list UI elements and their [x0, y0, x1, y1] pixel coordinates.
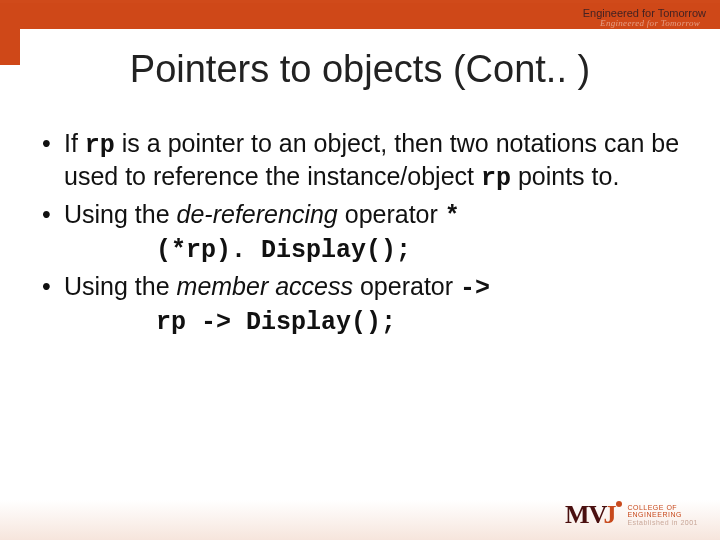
bullet-3: Using the member access operator -> — [36, 271, 690, 304]
bullet-2-text-b: operator — [338, 200, 445, 228]
header-subtagline: Engineered for Tomorrow — [600, 18, 700, 28]
bullet-2-code-star: * — [445, 202, 460, 231]
logo-j-dot — [616, 501, 622, 507]
bullet-1-text-c: points to. — [511, 162, 619, 190]
logo-letter-v: V — [589, 500, 607, 529]
bullet-3-text-a: Using the — [64, 272, 177, 300]
bullet-list: If rp is a pointer to an object, then tw… — [36, 128, 690, 232]
logo-text-line1: COLLEGE OF — [627, 504, 698, 511]
bullet-2-italic: de-referencing — [177, 200, 338, 228]
logo-letter-m: M — [565, 500, 589, 529]
slide: Engineered for Tomorrow Engineered for T… — [0, 0, 720, 540]
header-bar: Engineered for Tomorrow Engineered for T… — [0, 3, 720, 29]
logo-text-line3: Established in 2001 — [627, 519, 698, 526]
logo-text-line2: ENGINEERING — [627, 511, 698, 518]
bullet-3-code-arrow: -> — [460, 274, 490, 303]
bullet-3-text-b: operator — [353, 272, 460, 300]
slide-title: Pointers to objects (Cont.. ) — [0, 48, 720, 91]
bullet-1-text-a: If — [64, 129, 85, 157]
logo-mark: MVJ — [565, 500, 621, 530]
bullet-list-2: Using the member access operator -> — [36, 271, 690, 304]
bullet-2: Using the de-referencing operator * — [36, 199, 690, 232]
bullet-3-italic: member access — [177, 272, 353, 300]
code-line-arrow: rp -> Display(); — [156, 308, 690, 337]
slide-content: If rp is a pointer to an object, then tw… — [36, 128, 690, 343]
bullet-1-code-rp-a: rp — [85, 131, 115, 160]
bullet-2-text-a: Using the — [64, 200, 177, 228]
logo-text: COLLEGE OF ENGINEERING Established in 20… — [627, 504, 698, 526]
bullet-1: If rp is a pointer to an object, then tw… — [36, 128, 690, 195]
footer-logo: MVJ COLLEGE OF ENGINEERING Established i… — [565, 500, 698, 530]
bullet-1-code-rp-b: rp — [481, 164, 511, 193]
code-line-deref: (*rp). Display(); — [156, 236, 690, 265]
